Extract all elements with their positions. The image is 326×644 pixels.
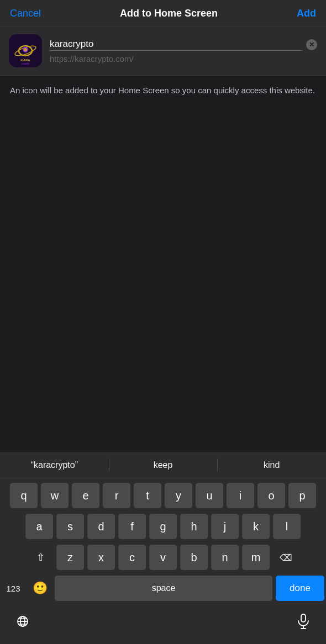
clear-icon: ✕ [309,41,314,48]
key-row-4: 123 🙂 space done [2,576,324,601]
key-row-1: q w e r t y u i o p [2,483,324,508]
key-m[interactable]: m [242,545,270,570]
clear-button[interactable]: ✕ [306,39,317,50]
autocomplete-bar: “karacrypto” keep kind [0,452,326,478]
mic-button[interactable] [292,609,315,634]
key-a[interactable]: a [25,514,53,539]
keyboard-container: “karacrypto” keep kind q w e r t y u i o… [0,452,326,644]
globe-icon [16,615,29,628]
bottom-bar [0,603,326,642]
app-url: https://karacrypto.com/ [50,54,317,63]
name-underline [50,50,303,51]
key-t[interactable]: t [134,483,161,508]
app-row: KARA crypto ✕ https://karacrypto.com/ [0,26,326,76]
key-j[interactable]: j [211,514,239,539]
globe-button[interactable] [11,609,34,634]
app-name-input[interactable] [50,39,167,50]
key-row-2: a s d f g h j k l [2,514,324,539]
content-spacer [0,106,326,453]
key-k[interactable]: k [242,514,270,539]
app-icon: KARA crypto [9,34,42,67]
header: Cancel Add to Home Screen Add [0,0,326,26]
key-d[interactable]: d [87,514,115,539]
key-u[interactable]: u [196,483,223,508]
add-button[interactable]: Add [297,8,316,19]
svg-point-4 [24,48,27,51]
app-name-row: ✕ [50,39,317,51]
numbers-key[interactable]: 123 [2,576,25,601]
description-text: An icon will be added to your Home Scree… [0,76,326,106]
key-q[interactable]: q [10,483,38,508]
autocomplete-item-0[interactable]: “karacrypto” [0,452,109,478]
key-h[interactable]: h [180,514,208,539]
cancel-button[interactable]: Cancel [10,8,41,19]
page-title: Add to Home Screen [120,8,218,19]
svg-rect-12 [301,614,306,622]
svg-text:crypto: crypto [22,62,29,65]
key-r[interactable]: r [103,483,130,508]
key-l[interactable]: l [273,514,301,539]
key-i[interactable]: i [227,483,254,508]
key-o[interactable]: o [257,483,285,508]
emoji-key[interactable]: 🙂 [28,576,51,601]
key-c[interactable]: c [118,545,146,570]
app-info: ✕ https://karacrypto.com/ [50,39,317,63]
key-n[interactable]: n [211,545,239,570]
key-f[interactable]: f [118,514,146,539]
key-z[interactable]: z [56,545,84,570]
key-s[interactable]: s [56,514,84,539]
key-b[interactable]: b [180,545,208,570]
shift-key[interactable]: ⇧ [28,545,53,570]
key-e[interactable]: e [72,483,99,508]
keyboard: q w e r t y u i o p a s d f g h j k l ⇧ … [0,478,326,603]
autocomplete-item-1[interactable]: keep [109,452,218,478]
key-x[interactable]: x [87,545,115,570]
autocomplete-item-2[interactable]: kind [217,452,326,478]
mic-icon [297,614,309,629]
key-v[interactable]: v [149,545,177,570]
key-row-3: ⇧ z x c v b n m ⌫ [2,545,324,570]
key-y[interactable]: y [165,483,192,508]
key-w[interactable]: w [41,483,69,508]
space-key[interactable]: space [55,576,272,601]
done-key[interactable]: done [276,576,324,601]
key-g[interactable]: g [149,514,177,539]
key-p[interactable]: p [288,483,316,508]
backspace-key[interactable]: ⌫ [273,545,298,570]
